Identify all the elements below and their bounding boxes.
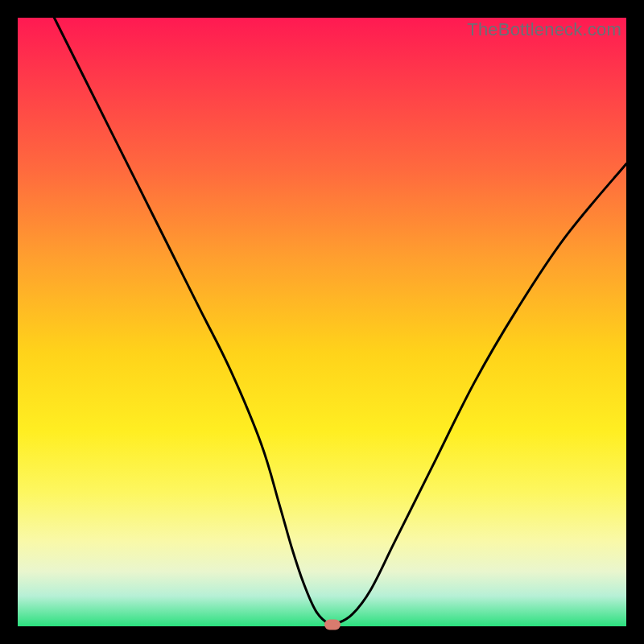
- plot-area: TheBottleneck.com: [18, 18, 626, 626]
- optimal-marker: [324, 619, 341, 630]
- bottleneck-curve: [18, 18, 626, 626]
- chart-frame: TheBottleneck.com: [0, 0, 644, 644]
